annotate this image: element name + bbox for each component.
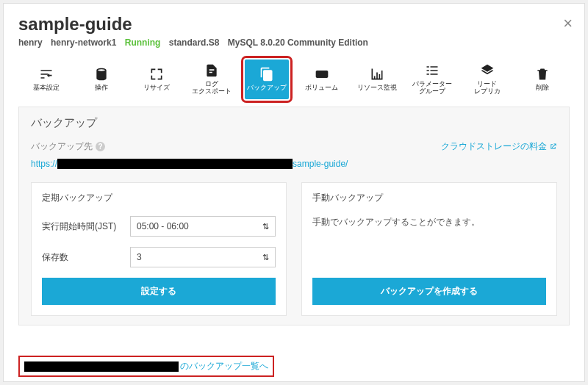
create-backup-button[interactable]: バックアップを作成する: [312, 278, 546, 305]
url-suffix: sample-guide/: [293, 159, 348, 169]
link-text: クラウドストレージの料金: [441, 140, 547, 153]
tab-label: 基本設定: [33, 84, 60, 92]
tab-label: ボリューム: [305, 84, 338, 92]
destination-label: バックアップ先: [31, 140, 93, 153]
sliders-icon: [39, 67, 54, 82]
layers-icon: [480, 63, 495, 78]
manual-title: 手動バックアップ: [312, 192, 546, 204]
redacted-block: [24, 361, 179, 372]
retention-label: 保存数: [42, 251, 130, 264]
save-schedule-button[interactable]: 設定する: [42, 278, 276, 305]
destination-row: バックアップ先 ? クラウドストレージの料金: [31, 140, 557, 153]
tab-label: 削除: [536, 84, 549, 92]
tab-resize[interactable]: リサイズ: [135, 60, 179, 99]
time-value: 05:00 - 06:00: [137, 221, 189, 231]
copy-icon: [259, 67, 274, 82]
backup-panel: バックアップ バックアップ先 ? クラウドストレージの料金 https:// s…: [18, 107, 570, 325]
backup-list-link-text: のバックアップ一覧へ: [180, 360, 268, 373]
meta-version: MySQL 8.0.20 Community Edition: [228, 37, 368, 48]
retention-field-row: 保存数 3 ⇅: [42, 247, 276, 267]
chevron-updown-icon: ⇅: [262, 253, 269, 262]
file-export-icon: [204, 63, 219, 78]
time-label: 実行開始時間(JST): [42, 220, 130, 233]
close-icon[interactable]: ×: [563, 14, 573, 33]
meta-spec: standard.S8: [169, 37, 220, 48]
scheduled-backup-card: 定期バックアップ 実行開始時間(JST) 05:00 - 06:00 ⇅ 保存数…: [31, 182, 287, 316]
panel-title: バックアップ: [31, 116, 557, 130]
modal-header: sample-guide ×: [4, 4, 584, 37]
tab-backup[interactable]: バックアップ: [245, 60, 289, 99]
scheduled-title: 定期バックアップ: [42, 192, 276, 204]
tab-resource-monitor[interactable]: リソース監視: [355, 60, 399, 99]
list-icon: [425, 63, 440, 78]
meta-owner: henry: [18, 37, 43, 48]
resize-icon: [149, 67, 164, 82]
external-link-icon: [549, 143, 557, 151]
time-field-row: 実行開始時間(JST) 05:00 - 06:00 ⇅: [42, 216, 276, 237]
tab-label: 操作: [95, 84, 108, 92]
redacted-block: [57, 159, 293, 169]
storage-pricing-link[interactable]: クラウドストレージの料金: [441, 140, 557, 153]
meta-network: henry-network1: [51, 37, 116, 48]
tab-label-line2: レプリカ: [474, 88, 501, 96]
tab-log-export[interactable]: ログ エクスポート: [190, 60, 234, 99]
tab-label-line2: エクスポート: [192, 88, 232, 96]
chevron-updown-icon: ⇅: [262, 222, 269, 231]
hdd-icon: [315, 67, 329, 82]
chart-icon: [370, 67, 384, 82]
url-prefix: https://: [31, 159, 57, 169]
tab-operate[interactable]: 操作: [79, 60, 123, 99]
database-icon: [94, 67, 109, 82]
tabs-row: 基本設定 操作 リサイズ ログ エクスポート バックアップ ボリューム リソース…: [4, 55, 584, 107]
trash-icon: [535, 67, 550, 82]
backup-columns: 定期バックアップ 実行開始時間(JST) 05:00 - 06:00 ⇅ 保存数…: [31, 182, 557, 316]
destination-label-wrap: バックアップ先 ?: [31, 140, 105, 153]
tab-label: リソース監視: [357, 84, 397, 92]
time-select[interactable]: 05:00 - 06:00 ⇅: [130, 216, 276, 237]
tab-basic[interactable]: 基本設定: [24, 60, 68, 99]
manual-backup-card: 手動バックアップ 手動でバックアップすることができます。 バックアップを作成する: [301, 182, 557, 316]
page-title: sample-guide: [18, 14, 570, 35]
backup-url: https:// sample-guide/: [31, 159, 557, 169]
retention-value: 3: [137, 252, 142, 262]
manual-description: 手動でバックアップすることができます。: [312, 216, 546, 278]
tab-volume[interactable]: ボリューム: [300, 60, 344, 99]
tab-delete[interactable]: 削除: [520, 60, 564, 99]
tab-read-replica[interactable]: リード レプリカ: [465, 60, 509, 99]
tab-label-line2: グループ: [419, 88, 445, 96]
tab-parameter-group[interactable]: パラメーター グループ: [410, 60, 454, 99]
backup-list-link[interactable]: のバックアップ一覧へ: [18, 356, 274, 377]
tab-label: バックアップ: [247, 84, 287, 92]
help-icon[interactable]: ?: [96, 142, 105, 151]
tab-label: リサイズ: [143, 84, 170, 92]
meta-row: henry henry-network1 Running standard.S8…: [4, 37, 584, 55]
modal-window: sample-guide × henry henry-network1 Runn…: [3, 3, 585, 382]
retention-select[interactable]: 3 ⇅: [130, 247, 276, 267]
status-badge: Running: [125, 37, 161, 48]
